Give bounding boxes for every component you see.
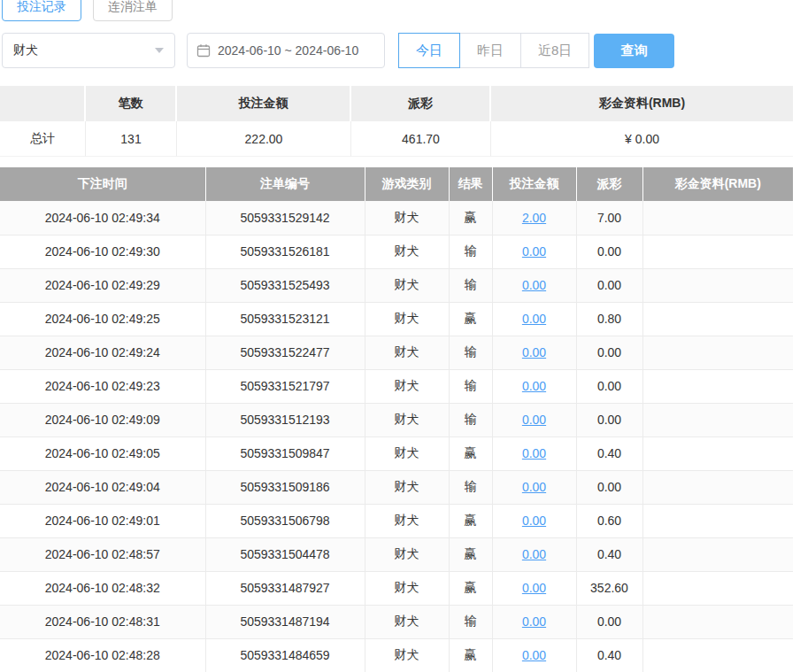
top-tabs: 投注记录 连消注单 xyxy=(0,0,800,21)
bet-amount-link[interactable]: 0.00 xyxy=(522,278,546,292)
header-bonus: 彩金资料(RMB) xyxy=(642,167,793,201)
cell-bet-amount: 0.00 xyxy=(492,605,576,638)
summary-header-bonus: 彩金资料(RMB) xyxy=(491,86,793,121)
cell-result: 输 xyxy=(449,605,492,638)
cell-order-no: 5059331521797 xyxy=(205,369,365,403)
cell-bet-time: 2024-06-10 02:48:32 xyxy=(0,571,205,605)
bet-table-header: 下注时间 注单编号 游戏类别 结果 投注金额 派彩 彩金资料(RMB) xyxy=(0,167,793,201)
table-row: 2024-06-10 02:48:28 5059331484659 财犬 赢 0… xyxy=(0,638,793,672)
header-result: 结果 xyxy=(449,167,492,201)
cell-bet-amount: 0.00 xyxy=(492,571,576,605)
cell-order-no: 5059331504478 xyxy=(205,537,365,571)
cell-bet-time: 2024-06-10 02:49:25 xyxy=(0,302,205,336)
cell-bet-time: 2024-06-10 02:49:01 xyxy=(0,504,205,537)
cell-bet-time: 2024-06-10 02:49:30 xyxy=(0,235,205,268)
cell-payout: 0.00 xyxy=(576,235,642,268)
calendar-icon xyxy=(196,43,211,58)
cell-payout: 0.00 xyxy=(576,336,642,369)
bet-amount-link[interactable]: 0.00 xyxy=(522,648,546,662)
summary-header-payout: 派彩 xyxy=(351,86,491,121)
cell-order-no: 5059331509847 xyxy=(205,436,365,470)
table-row: 2024-06-10 02:48:32 5059331487927 财犬 赢 0… xyxy=(0,571,793,605)
cell-bet-time: 2024-06-10 02:49:04 xyxy=(0,470,205,504)
cell-order-no: 5059331523121 xyxy=(205,302,365,336)
table-row: 2024-06-10 02:49:01 5059331506798 财犬 赢 0… xyxy=(0,504,793,537)
table-row: 2024-06-10 02:48:31 5059331487194 财犬 输 0… xyxy=(0,605,793,638)
last-8-days-button[interactable]: 近8日 xyxy=(520,33,589,68)
cell-result: 输 xyxy=(449,403,492,436)
cell-bet-amount: 0.00 xyxy=(492,235,576,268)
cell-game-type: 财犬 xyxy=(365,605,449,638)
search-button[interactable]: 查询 xyxy=(594,34,674,68)
cell-order-no: 5059331522477 xyxy=(205,336,365,369)
cell-result: 输 xyxy=(449,369,492,403)
cell-bet-time: 2024-06-10 02:49:05 xyxy=(0,436,205,470)
cell-bet-time: 2024-06-10 02:49:24 xyxy=(0,336,205,369)
cell-bonus xyxy=(642,537,793,571)
summary-header-blank xyxy=(0,86,86,121)
chevron-down-icon xyxy=(155,48,164,53)
bet-amount-link[interactable]: 0.00 xyxy=(522,581,546,595)
bet-amount-link[interactable]: 0.00 xyxy=(522,413,546,427)
cell-result: 赢 xyxy=(449,638,492,672)
table-row: 2024-06-10 02:49:24 5059331522477 财犬 输 0… xyxy=(0,336,793,369)
table-row: 2024-06-10 02:49:05 5059331509847 财犬 赢 0… xyxy=(0,436,793,470)
cell-game-type: 财犬 xyxy=(365,235,449,268)
cell-payout: 0.40 xyxy=(576,537,642,571)
yesterday-button[interactable]: 昨日 xyxy=(459,33,521,68)
cell-payout: 0.00 xyxy=(576,403,642,436)
date-range-value: 2024-06-10 ~ 2024-06-10 xyxy=(218,43,358,58)
cell-result: 输 xyxy=(449,470,492,504)
bet-amount-link[interactable]: 0.00 xyxy=(522,446,546,460)
bet-amount-link[interactable]: 0.00 xyxy=(522,614,546,629)
quick-date-buttons: 今日 昨日 近8日 xyxy=(398,33,589,68)
summary-table: 笔数 投注金额 派彩 彩金资料(RMB) 总计 131 222.00 461.7… xyxy=(0,86,793,157)
table-row: 2024-06-10 02:49:25 5059331523121 财犬 赢 0… xyxy=(0,302,793,336)
bet-table-body: 2024-06-10 02:49:34 5059331529142 财犬 赢 2… xyxy=(0,201,793,672)
cell-payout: 7.00 xyxy=(576,201,642,235)
bet-amount-link[interactable]: 0.00 xyxy=(522,547,546,561)
bet-amount-link[interactable]: 0.00 xyxy=(522,312,546,326)
summary-header-count: 笔数 xyxy=(86,86,177,121)
cell-bet-time: 2024-06-10 02:49:23 xyxy=(0,369,205,403)
cell-bonus xyxy=(642,235,793,268)
cell-order-no: 5059331525493 xyxy=(205,268,365,302)
summary-total-bet-amount: 222.00 xyxy=(177,121,351,157)
table-row: 2024-06-10 02:49:34 5059331529142 财犬 赢 2… xyxy=(0,201,793,235)
cell-bet-amount: 2.00 xyxy=(492,201,576,235)
cell-result: 赢 xyxy=(449,504,492,537)
cell-payout: 0.40 xyxy=(576,436,642,470)
bet-amount-link[interactable]: 0.00 xyxy=(522,379,546,393)
cell-bet-amount: 0.00 xyxy=(492,336,576,369)
cell-payout: 0.00 xyxy=(576,470,642,504)
cell-game-type: 财犬 xyxy=(365,504,449,537)
cell-bonus xyxy=(642,403,793,436)
table-row: 2024-06-10 02:49:29 5059331525493 财犬 输 0… xyxy=(0,268,793,302)
cell-result: 输 xyxy=(449,336,492,369)
bet-amount-link[interactable]: 0.00 xyxy=(522,244,546,259)
bet-amount-link[interactable]: 0.00 xyxy=(522,514,546,528)
tab-bet-records[interactable]: 投注记录 xyxy=(2,0,81,21)
tab-cancelled-orders[interactable]: 连消注单 xyxy=(93,0,173,21)
cell-result: 赢 xyxy=(449,537,492,571)
cell-payout: 0.00 xyxy=(576,369,642,403)
table-row: 2024-06-10 02:49:04 5059331509186 财犬 输 0… xyxy=(0,470,793,504)
table-row: 2024-06-10 02:49:09 5059331512193 财犬 输 0… xyxy=(0,403,793,436)
bet-amount-link[interactable]: 0.00 xyxy=(522,345,546,359)
bet-amount-link[interactable]: 0.00 xyxy=(522,480,546,494)
table-row: 2024-06-10 02:49:23 5059331521797 财犬 输 0… xyxy=(0,369,793,403)
cell-bonus xyxy=(642,302,793,336)
bet-amount-link[interactable]: 2.00 xyxy=(522,211,546,225)
game-select[interactable]: 财犬 xyxy=(2,33,175,68)
cell-bonus xyxy=(642,571,793,605)
cell-game-type: 财犬 xyxy=(365,537,449,571)
cell-order-no: 5059331529142 xyxy=(205,201,365,235)
cell-game-type: 财犬 xyxy=(365,302,449,336)
today-button[interactable]: 今日 xyxy=(398,33,460,68)
game-select-value: 财犬 xyxy=(13,42,38,58)
cell-bet-time: 2024-06-10 02:48:57 xyxy=(0,537,205,571)
cell-bet-amount: 0.00 xyxy=(492,537,576,571)
cell-payout: 352.60 xyxy=(576,571,642,605)
cell-bet-amount: 0.00 xyxy=(492,369,576,403)
date-range-picker[interactable]: 2024-06-10 ~ 2024-06-10 xyxy=(187,33,385,68)
